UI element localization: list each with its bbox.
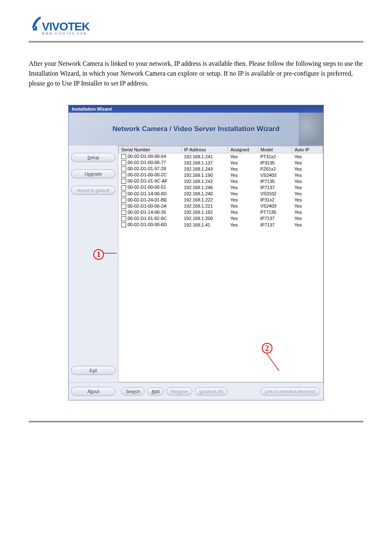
table-row[interactable]: 00-02-D1-24-01-BE192.168.1.222YesIP31x2Y… (119, 197, 323, 203)
window-titlebar: Installation Wizard (69, 105, 323, 113)
svg-line-5 (267, 354, 279, 371)
app-window: Installation Wizard Network Camera / Vid… (68, 105, 324, 400)
search-button[interactable]: Search (121, 387, 145, 395)
col-assigned[interactable]: Assigned (228, 146, 258, 153)
col-ip[interactable]: IP Address (182, 146, 228, 153)
callout-1: 1 (93, 249, 104, 260)
callout-1-line (104, 247, 128, 259)
table-row[interactable]: 00-02-D1-01-97-28192.168.1.243YesPZ61x2Y… (119, 166, 323, 172)
uncheck-all-button[interactable]: Uncheck All (195, 387, 227, 395)
setup-button[interactable]: Setup (71, 153, 115, 162)
row-checkbox[interactable] (121, 216, 126, 221)
table-row[interactable]: 00-02-D1-00-00-6D192.168.1.41YesIP7137Ye… (119, 222, 323, 228)
table-row[interactable]: 00-02-D1-01-9C-AF192.168.1.242YesIP7135Y… (119, 178, 323, 184)
banner-title: Network Camera / Video Server Installati… (113, 125, 280, 133)
row-checkbox[interactable] (121, 192, 126, 197)
link-to-selected-button[interactable]: Link to selected device(s) (260, 387, 320, 395)
add-button[interactable]: Add (147, 387, 164, 395)
row-checkbox[interactable] (121, 222, 126, 227)
row-checkbox[interactable] (121, 154, 126, 159)
svg-text:WWW.VIVOTEK.COM: WWW.VIVOTEK.COM (42, 32, 87, 35)
row-checkbox[interactable] (121, 173, 126, 178)
header-rule (29, 41, 363, 42)
intro-text: After your Network Camera is linked to y… (29, 59, 363, 88)
table-row[interactable]: 00-02-D1-00-00-54192.168.1.241YesPT31x2Y… (119, 153, 323, 160)
col-model[interactable]: Model (258, 146, 292, 153)
table-row[interactable]: 00-02-D1-14-00-35192.168.1.182YesPT7135Y… (119, 209, 323, 215)
table-row[interactable]: 00-02-D1-01-82-6C192.168.1.200YesIP7137Y… (119, 215, 323, 222)
row-checkbox[interactable] (121, 210, 126, 215)
row-checkbox[interactable] (121, 160, 126, 165)
reset-to-default-button[interactable]: Reset to default (71, 186, 115, 195)
callout-2-line (267, 354, 291, 374)
vivotek-logo: VIVOTEK WWW.VIVOTEK.COM (29, 12, 107, 37)
row-checkbox[interactable] (121, 166, 126, 171)
footer-rule (29, 421, 363, 422)
row-checkbox[interactable] (121, 204, 126, 209)
col-serial[interactable]: Serial Number (119, 146, 182, 153)
row-checkbox[interactable] (121, 198, 126, 203)
banner-decoration (299, 113, 323, 146)
svg-text:VIVOTEK: VIVOTEK (42, 20, 90, 33)
row-checkbox[interactable] (121, 179, 126, 184)
row-checkbox[interactable] (121, 185, 126, 190)
upgrade-button[interactable]: Upgrade (71, 169, 115, 178)
table-row[interactable]: 00-02-D1-00-00-2A192.168.1.221YesVS2403Y… (119, 203, 323, 209)
exit-button[interactable]: Exit (71, 366, 115, 375)
sidebar: Setup Upgrade Reset to default Exit (69, 146, 118, 382)
table-row[interactable]: 00-02-D1-00-00-77192.168.1.137YesIP3135Y… (119, 160, 323, 166)
callout-2: 2 (262, 343, 272, 354)
table-row[interactable]: 00-02-D1-00-00-2C192.168.1.190YesVS2403Y… (119, 172, 323, 178)
device-table: Serial Number IP Address Assigned Model … (118, 146, 323, 228)
header-banner: Network Camera / Video Server Installati… (69, 113, 323, 146)
svg-rect-1 (34, 27, 35, 28)
about-button[interactable]: About (71, 387, 115, 396)
device-table-area: Serial Number IP Address Assigned Model … (118, 146, 323, 382)
table-row[interactable]: 00-02-D1-14-00-8D192.168.1.240YesVS3102Y… (119, 191, 323, 197)
remove-button[interactable]: Remove (166, 387, 192, 395)
col-autoip[interactable]: Auto IP (292, 146, 323, 153)
table-row[interactable]: 00-02-D1-00-00-51192.168.1.246YesIP7137Y… (119, 184, 323, 190)
